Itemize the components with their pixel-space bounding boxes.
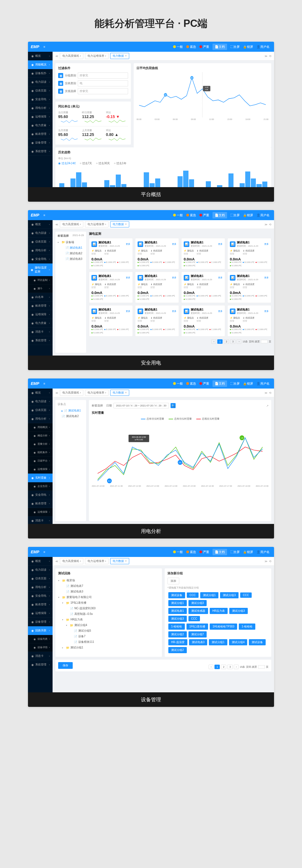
tree-node[interactable]: ▾📁 测试分组4 [58, 622, 159, 628]
tab-active[interactable]: 电力数据× [110, 390, 129, 396]
tab-active[interactable]: 电力数据× [110, 221, 129, 227]
radio-filter[interactable]: ○ 过去30天 [96, 161, 110, 165]
filter-select[interactable]: 控拿完 [78, 88, 128, 94]
more-link[interactable]: 更多 [126, 310, 130, 313]
tag-pill[interactable]: 测试电表1 [168, 608, 187, 614]
sidebar-item[interactable]: ◉概览› [28, 52, 53, 60]
sidebar-item[interactable]: ◉安全用电› [28, 95, 53, 104]
filter-select[interactable]: 控拿完 [78, 72, 128, 79]
sidebar-item[interactable]: ◉账表管理› [28, 130, 53, 138]
tree-node[interactable]: 📄 测试电表3 [58, 589, 159, 594]
sidebar-item[interactable]: ◉运维保障› [28, 508, 53, 516]
page-btn[interactable]: 3 [227, 664, 233, 669]
more-link[interactable]: 更多 [172, 243, 176, 246]
tree-node[interactable]: 📄 测试电表2 [58, 413, 84, 419]
tree-node[interactable]: 📄 高哲制器--0.5s [58, 611, 159, 617]
tag-pill[interactable]: CCC [187, 592, 199, 598]
more-link[interactable]: 更多 [172, 276, 176, 279]
tag-pill[interactable]: 测试分组2 [168, 647, 187, 653]
sidebar-item[interactable]: ◉安全用电› [28, 592, 53, 600]
tab[interactable]: 电力运维保养 › [85, 221, 108, 227]
sidebar-item[interactable]: ◉漏电/温度监测› [28, 264, 53, 276]
add-button[interactable]: 添加 [168, 578, 179, 584]
search-icon[interactable]: 🔍 [171, 403, 176, 408]
tab-active[interactable]: 电力数据× [110, 558, 129, 564]
tree-node[interactable]: ▸📁 测试分组1 [58, 645, 159, 650]
sidebar-item[interactable]: ◉设备列表› [28, 635, 53, 643]
expand-icon[interactable]: ↗ [266, 404, 268, 407]
sidebar-item[interactable]: ◉消息卡› [28, 516, 53, 524]
sidebar-item[interactable]: ◉用电分析› [28, 583, 53, 592]
legend-item[interactable]: 总有功实时需量 [169, 417, 192, 421]
sidebar-item[interactable]: ◉仪表页面› [28, 406, 53, 414]
tag-pill[interactable]: CCC [240, 592, 252, 598]
more-link[interactable]: 更多 [218, 276, 223, 279]
sidebar-item[interactable]: ◉账表管理› [28, 600, 53, 609]
status-urgent[interactable]: 紧急 [186, 213, 196, 217]
sidebar-item[interactable]: ◉系统管理› [28, 147, 53, 156]
page-btn[interactable]: 1 [214, 664, 220, 669]
page-prev[interactable]: ‹ [209, 664, 213, 669]
page-jump-input[interactable] [261, 340, 268, 343]
tree-node[interactable]: ▾📁 根菜场 [58, 578, 159, 583]
sidebar-item[interactable]: ◉用能概况› [28, 60, 53, 69]
legend-item[interactable]: 总视在实时需量 [196, 417, 220, 421]
menu-toggle-icon[interactable]: ≡ [41, 382, 47, 385]
sidebar-item[interactable]: ◉设备管理› [28, 618, 53, 626]
status-severe[interactable]: 严重 [199, 45, 209, 49]
sidebar-item[interactable]: ◉运维保障› [28, 465, 53, 473]
page-next[interactable]: › [237, 339, 241, 344]
more-link[interactable]: 更多 [172, 310, 176, 313]
tag-pill[interactable]: 测试设备 [168, 592, 185, 598]
filter-icon[interactable]: ▦ [58, 73, 63, 78]
sidebar-item[interactable]: ◉设备拓扑› [28, 69, 53, 78]
tag-pill[interactable]: 测试电表3 [189, 639, 207, 645]
status-general[interactable]: 一般 [173, 45, 183, 49]
sidebar-item[interactable]: ◉企业负荷› [28, 482, 53, 491]
doc-button[interactable]: 📄 文档 [212, 380, 227, 387]
menu-toggle-icon[interactable]: ≡ [41, 550, 47, 554]
tag-pill[interactable]: 测试分组1 [168, 600, 187, 606]
user-menu[interactable]: 👤 用户名 [257, 45, 270, 49]
lock-button[interactable]: 🔒 锁屏 [243, 213, 253, 217]
close-icon[interactable]: × [125, 391, 127, 394]
close-icon[interactable]: × [125, 559, 127, 562]
sidebar-item[interactable]: ◉系统管理› [28, 660, 53, 669]
tab[interactable]: 电力高度煤耗 › [60, 221, 83, 227]
status-general[interactable]: 一般 [173, 381, 183, 386]
sidebar-item[interactable]: ◉安全用电› [28, 255, 53, 264]
more-link[interactable]: 更多 [264, 276, 269, 279]
lock-button[interactable]: 🔒 锁屏 [243, 550, 253, 554]
sidebar-item[interactable]: ◉消息卡› [28, 328, 53, 336]
more-link[interactable]: 更多 [218, 310, 223, 313]
sidebar-item[interactable]: ◉需量分析› [28, 440, 53, 448]
sidebar-item[interactable]: ◉运维保障› [28, 609, 53, 618]
tab-active[interactable]: 电力数据× [110, 53, 129, 59]
tree-node[interactable]: 📄 测试电表3 [58, 256, 84, 262]
tab[interactable]: 电力运维保养 › [85, 558, 108, 564]
tabs-right-icon[interactable]: ≫ [265, 55, 267, 58]
more-link[interactable]: 更多 [126, 276, 130, 279]
tab[interactable]: 电力高度煤耗 › [60, 390, 83, 396]
tab[interactable]: 电力运维保养 › [85, 390, 108, 396]
tab[interactable]: 电力高度煤耗 › [60, 53, 83, 59]
fullscreen-button[interactable]: ⛶ 全屏 [230, 381, 240, 386]
page-jump-input[interactable] [258, 665, 265, 669]
sidebar-item[interactable]: ◉用电分析› [28, 414, 53, 423]
tree-node[interactable]: ▾📁 胶要瑞电子有限公司 [58, 594, 159, 600]
tag-pill[interactable]: 测试分组7 [189, 631, 207, 638]
tree-node[interactable]: 📄 测试电表2 [58, 251, 84, 256]
user-menu[interactable]: 👤 用户名 [257, 213, 270, 217]
status-severe[interactable]: 严重 [199, 381, 209, 386]
sidebar-item[interactable]: ◉概览› [28, 557, 53, 566]
sidebar-item[interactable]: ◉电力质量› [28, 121, 53, 130]
save-button[interactable]: 保存 [58, 662, 73, 669]
tree-node[interactable]: 📄 NC-温湿度91303 [58, 606, 159, 611]
sidebar-item[interactable]: ◉概览› [28, 220, 53, 229]
sidebar-item[interactable]: ◉电力回读› [28, 566, 53, 574]
tag-pill[interactable]: 测试分组3 [189, 600, 207, 606]
tab[interactable]: 电力运维保养 › [85, 53, 108, 59]
user-menu[interactable]: 👤 用户名 [257, 550, 270, 554]
doc-button[interactable]: 📄 文档 [212, 549, 227, 555]
sidebar-item[interactable]: ◉电力回读› [28, 78, 53, 87]
